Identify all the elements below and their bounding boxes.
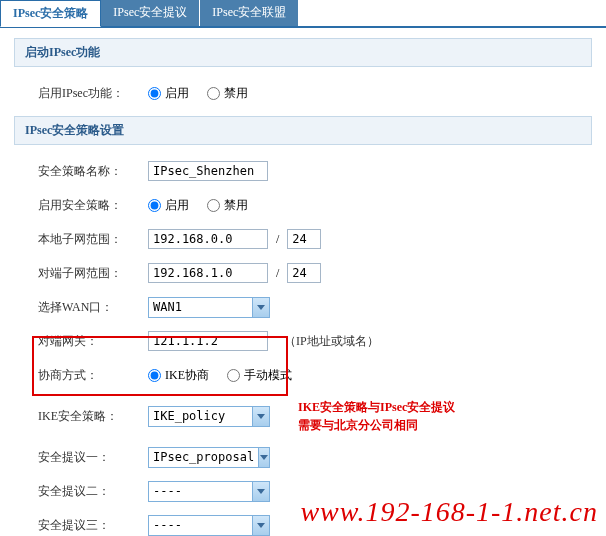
enable-ipsec-on-text: 启用	[165, 85, 189, 102]
proposal2-select[interactable]: ----	[148, 481, 270, 502]
enable-policy-off-text: 禁用	[224, 197, 248, 214]
policy-name-label: 安全策略名称：	[38, 163, 148, 180]
local-mask-input[interactable]	[287, 229, 321, 249]
negotiate-manual-text: 手动模式	[244, 367, 292, 384]
enable-ipsec-on-radio[interactable]	[148, 87, 161, 100]
local-subnet-input[interactable]	[148, 229, 268, 249]
enable-ipsec-label: 启用IPsec功能：	[38, 85, 148, 102]
negotiate-label: 协商方式：	[38, 367, 148, 384]
enable-policy-on[interactable]: 启用	[148, 197, 189, 214]
tab-ipsec-proposal[interactable]: IPsec安全提议	[101, 0, 200, 26]
proposal3-label: 安全提议三：	[38, 517, 148, 534]
section1-header: 启动IPsec功能	[14, 38, 592, 67]
gateway-input[interactable]	[148, 331, 268, 351]
negotiate-ike-radio[interactable]	[148, 369, 161, 382]
tab-bar: IPsec安全策略 IPsec安全提议 IPsec安全联盟	[0, 0, 606, 28]
chevron-down-icon	[258, 448, 269, 467]
proposal3-select[interactable]: ----	[148, 515, 270, 536]
chevron-down-icon	[252, 298, 269, 317]
enable-ipsec-on[interactable]: 启用	[148, 85, 189, 102]
tab-ipsec-sa[interactable]: IPsec安全联盟	[200, 0, 299, 26]
enable-policy-label: 启用安全策略：	[38, 197, 148, 214]
enable-policy-off[interactable]: 禁用	[207, 197, 248, 214]
wan-select-text: WAN1	[149, 300, 186, 314]
remote-subnet-label: 对端子网范围：	[38, 265, 148, 282]
policy-name-input[interactable]	[148, 161, 268, 181]
section2-header: IPsec安全策略设置	[14, 116, 592, 145]
gateway-hint: （IP地址或域名）	[284, 333, 379, 350]
local-subnet-slash: /	[276, 232, 279, 247]
enable-policy-on-text: 启用	[165, 197, 189, 214]
annotation-text: IKE安全策略与IPsec安全提议 需要与北京分公司相同	[298, 398, 455, 434]
proposal3-text: ----	[149, 518, 186, 532]
gateway-label: 对端网关：	[38, 333, 148, 350]
chevron-down-icon	[252, 482, 269, 501]
enable-ipsec-off-text: 禁用	[224, 85, 248, 102]
remote-mask-input[interactable]	[287, 263, 321, 283]
remote-subnet-input[interactable]	[148, 263, 268, 283]
proposal1-label: 安全提议一：	[38, 449, 148, 466]
enable-ipsec-off-radio[interactable]	[207, 87, 220, 100]
remote-subnet-slash: /	[276, 266, 279, 281]
proposal2-label: 安全提议二：	[38, 483, 148, 500]
ike-policy-text: IKE_policy	[149, 409, 229, 423]
chevron-down-icon	[252, 516, 269, 535]
proposal2-text: ----	[149, 484, 186, 498]
negotiate-ike[interactable]: IKE协商	[148, 367, 209, 384]
negotiate-ike-text: IKE协商	[165, 367, 209, 384]
chevron-down-icon	[252, 407, 269, 426]
enable-policy-on-radio[interactable]	[148, 199, 161, 212]
enable-policy-off-radio[interactable]	[207, 199, 220, 212]
enable-ipsec-off[interactable]: 禁用	[207, 85, 248, 102]
proposal1-select[interactable]: IPsec_proposal	[148, 447, 270, 468]
negotiate-manual[interactable]: 手动模式	[227, 367, 292, 384]
tab-ipsec-policy[interactable]: IPsec安全策略	[0, 0, 101, 27]
wan-label: 选择WAN口：	[38, 299, 148, 316]
wan-select[interactable]: WAN1	[148, 297, 270, 318]
local-subnet-label: 本地子网范围：	[38, 231, 148, 248]
ike-policy-select[interactable]: IKE_policy	[148, 406, 270, 427]
ike-policy-label: IKE安全策略：	[38, 408, 148, 425]
proposal1-text: IPsec_proposal	[149, 450, 258, 464]
negotiate-manual-radio[interactable]	[227, 369, 240, 382]
